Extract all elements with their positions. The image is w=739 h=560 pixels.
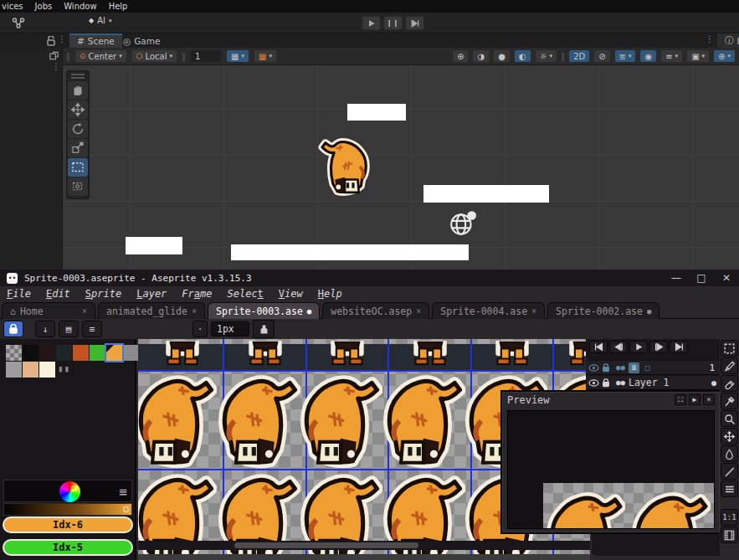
platform-object[interactable] xyxy=(126,237,182,254)
preview-titlebar[interactable]: Preview ⛶ ▶ × xyxy=(502,392,720,408)
close-icon[interactable]: × xyxy=(703,394,715,405)
color-wheel[interactable] xyxy=(59,481,80,502)
lighting-toggle[interactable]: ◐ xyxy=(514,49,531,63)
brush-tip-button[interactable]: · xyxy=(192,321,208,337)
layers-icon[interactable]: ≣ xyxy=(629,362,639,373)
platform-object[interactable] xyxy=(347,104,406,121)
palette-lock-button[interactable] xyxy=(3,321,23,337)
audio-muted-toggle[interactable]: ⊘ xyxy=(593,49,610,63)
eyedropper-tool[interactable] xyxy=(721,393,738,409)
background-color-button[interactable]: Idx-5 xyxy=(3,539,133,556)
menu-item[interactable]: vices xyxy=(2,2,23,11)
prev-frame-button[interactable] xyxy=(609,341,628,353)
menu-view[interactable]: View xyxy=(279,288,303,300)
palette-sort-button[interactable]: ↓ xyxy=(35,321,55,337)
palette-swatch[interactable] xyxy=(39,345,55,361)
menu-select[interactable]: Select xyxy=(227,288,263,300)
blur-tool[interactable] xyxy=(721,445,738,462)
kebab-menu-icon[interactable]: ⋮ xyxy=(58,34,66,44)
ai-dropdown[interactable]: ◆ AI ▾ xyxy=(89,16,111,25)
palette-swatch[interactable] xyxy=(39,362,55,378)
menu-item-jobs[interactable]: Jobs xyxy=(35,2,53,11)
play-icon[interactable]: ▶ xyxy=(689,394,701,405)
preview-window[interactable]: Preview ⛶ ▶ × xyxy=(500,390,721,534)
gizmos-dropdown[interactable]: ⊕▾ xyxy=(713,49,736,63)
close-icon[interactable]: × xyxy=(192,306,197,316)
close-icon[interactable]: × xyxy=(531,306,536,316)
timeline-cels-area[interactable] xyxy=(592,534,720,556)
frame-number[interactable]: 1 xyxy=(709,362,715,373)
palette-swatch[interactable] xyxy=(56,345,72,361)
platform-object[interactable] xyxy=(423,185,549,203)
palette-swatch[interactable] xyxy=(23,362,38,378)
hand-tool[interactable] xyxy=(721,428,738,444)
palette-swatch[interactable] xyxy=(73,345,89,361)
onion-skin-icon[interactable]: ●● xyxy=(615,363,626,372)
drag-handle[interactable] xyxy=(71,74,85,79)
layer-row[interactable]: ●● Layer 1 ● xyxy=(586,376,720,390)
menu-edit[interactable]: Edit xyxy=(46,288,70,300)
palette-presets-button[interactable]: ▤ xyxy=(59,321,79,337)
tab-sprite-0003[interactable]: Sprite-0003.ase ● xyxy=(208,302,320,319)
last-frame-button[interactable] xyxy=(670,341,688,353)
next-frame-button[interactable] xyxy=(649,341,668,353)
link-dots-icon[interactable]: ●● xyxy=(615,378,626,387)
menu-item-help[interactable]: Help xyxy=(109,2,128,11)
close-icon[interactable]: × xyxy=(82,306,87,316)
palette-options-button[interactable]: ≡ xyxy=(82,321,102,337)
version-control-icon[interactable] xyxy=(12,17,25,28)
platform-object[interactable] xyxy=(231,244,469,260)
palette-swatch-transparent[interactable] xyxy=(6,345,22,361)
tab-animated-glide[interactable]: animated_glide × xyxy=(98,302,205,319)
menu-layer[interactable]: Layer xyxy=(136,288,167,300)
snap-grid-button[interactable]: ▦▾ xyxy=(226,49,249,63)
foreground-color-button[interactable]: Idx-6 xyxy=(3,516,133,533)
orientation-dropdown[interactable]: ⬡ Local▾ xyxy=(131,49,177,63)
play-animation-button[interactable] xyxy=(629,341,648,353)
tab-sprite-0004[interactable]: Sprite-0004.ase × xyxy=(432,302,545,319)
close-button[interactable]: ✕ xyxy=(714,272,739,284)
2d-toggle[interactable]: 2D xyxy=(568,49,590,63)
rotate-tool[interactable] xyxy=(68,120,88,138)
palette-swatch-selected[interactable] xyxy=(106,345,122,361)
player-sprite[interactable] xyxy=(308,136,382,197)
scene-visibility-toggle[interactable]: ◉ xyxy=(639,49,657,63)
tab-game[interactable]: ◎ Game xyxy=(115,33,167,48)
globe-gizmo-icon[interactable] xyxy=(449,209,477,238)
lock-icon[interactable] xyxy=(602,378,613,388)
lock-icon[interactable] xyxy=(602,363,613,372)
timeline-toggle-button[interactable] xyxy=(721,527,738,543)
ink-button[interactable] xyxy=(253,320,275,338)
component-vis-dropdown[interactable]: ≡▾ xyxy=(660,49,683,63)
scrollbar-thumb[interactable] xyxy=(234,542,418,548)
popout-icon[interactable] xyxy=(49,50,59,61)
first-frame-button[interactable] xyxy=(589,341,608,353)
pencil-tool[interactable] xyxy=(721,357,738,374)
tab-sprite-0002[interactable]: Sprite-0002.ase ● xyxy=(547,302,659,319)
options-icon[interactable]: ≡ xyxy=(119,484,127,500)
sphere-view-button[interactable]: ● xyxy=(493,49,511,63)
layer-name[interactable]: Layer 1 xyxy=(629,377,669,388)
move-tool[interactable] xyxy=(68,100,88,119)
unlock-icon[interactable] xyxy=(46,36,56,46)
expand-icon[interactable]: ⛶ xyxy=(675,394,686,405)
close-icon[interactable]: × xyxy=(416,306,421,316)
eye-icon[interactable] xyxy=(588,379,599,387)
step-button[interactable] xyxy=(405,16,424,30)
effects-dropdown[interactable]: ☼▾ xyxy=(535,49,557,63)
marquee-tool[interactable] xyxy=(721,340,738,357)
zoom-tool[interactable] xyxy=(721,410,738,427)
transform-tool[interactable] xyxy=(68,177,88,196)
palette-swatch[interactable] xyxy=(6,362,22,378)
layers-visibility-dropdown[interactable]: ≣▾ xyxy=(614,49,637,63)
palette-swatch[interactable] xyxy=(90,345,105,361)
kebab-menu-icon[interactable]: ⋮ xyxy=(52,62,60,71)
pivot-dropdown[interactable]: ⊙ Center▾ xyxy=(74,49,127,63)
rect-tool[interactable] xyxy=(68,158,88,177)
cel-icon[interactable]: □ xyxy=(642,363,653,372)
zoom-1-1-button[interactable]: 1:1 xyxy=(721,509,738,526)
camera-dropdown[interactable]: ▣▾ xyxy=(686,49,710,63)
menu-item-window[interactable]: Window xyxy=(64,2,96,11)
play-button[interactable] xyxy=(362,16,381,30)
scene-viewport[interactable] xyxy=(63,65,739,270)
